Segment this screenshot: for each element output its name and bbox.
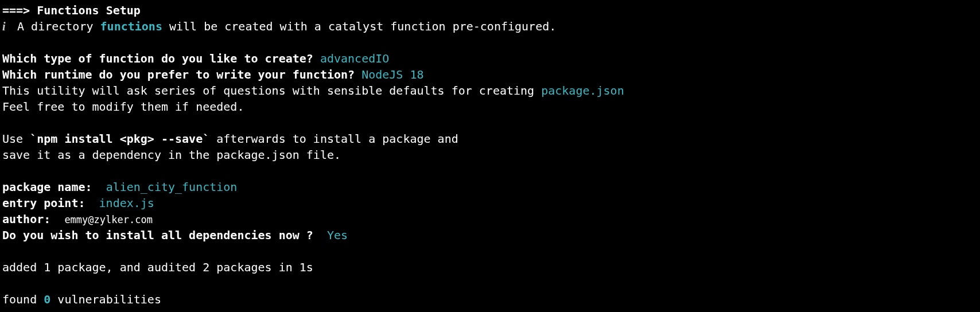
util-text: This utility will ask series of question… (2, 84, 541, 98)
blank-line-5 (2, 275, 978, 291)
pkg-name-value: alien_city_function (106, 180, 238, 194)
info-text-2: will be created with a catalyst function… (162, 20, 556, 33)
found-text-1: found (2, 292, 44, 306)
entry-point-value: index.js (99, 196, 154, 210)
info-text-1: A directory (10, 20, 100, 33)
blank-line-3 (2, 163, 978, 179)
npm-cmd: `npm install <pkg> --save` (30, 132, 209, 146)
q1-prompt: Which type of function do you like to cr… (2, 52, 320, 65)
author-line: author: emmy@zylker.com (2, 211, 978, 227)
info-highlight: functions (100, 20, 162, 33)
pkg-name-label: package name: (2, 180, 106, 194)
util-line: This utility will ask series of question… (2, 83, 978, 99)
q2-answer: NodeJS 18 (361, 68, 423, 81)
install-deps-answer: Yes (327, 228, 348, 242)
entry-point-line: entry point: index.js (2, 195, 978, 211)
author-label: author: (2, 212, 64, 226)
feel-free-line: Feel free to modify them if needed. (2, 99, 978, 115)
pkg-name-line: package name: alien_city_function (2, 179, 978, 195)
blank-line-4 (2, 243, 978, 259)
save-line: save it as a dependency in the package.j… (2, 147, 978, 163)
found-count: 0 (44, 292, 50, 306)
blank-line-2 (2, 115, 978, 131)
install-deps-prompt: Do you wish to install all dependencies … (2, 228, 327, 242)
author-value: emmy@zylker.com (64, 214, 153, 225)
info-icon: i (2, 18, 10, 34)
found-line: found 0 vulnerabilities (2, 291, 978, 307)
blank-line-1 (2, 34, 978, 50)
npm-text-1: Use (2, 132, 30, 146)
install-deps-line: Do you wish to install all dependencies … (2, 227, 978, 243)
added-line: added 1 package, and audited 2 packages … (2, 259, 978, 275)
q1-line: Which type of function do you like to cr… (2, 50, 978, 67)
info-line: i A directory functions will be created … (2, 18, 978, 34)
q2-line: Which runtime do you prefer to write you… (2, 67, 978, 83)
npm-text-2: afterwards to install a package and (209, 132, 458, 146)
npm-line: Use `npm install <pkg> --save` afterward… (2, 131, 978, 147)
util-highlight: package.json (541, 84, 624, 98)
entry-point-label: entry point: (2, 196, 99, 210)
header-line: ===> Functions Setup (2, 2, 978, 18)
q1-answer: advancedIO (320, 52, 389, 65)
header-arrow: ===> (2, 3, 37, 17)
q2-prompt: Which runtime do you prefer to write you… (2, 68, 361, 81)
found-text-2: vulnerabilities (50, 292, 161, 306)
header-title: Functions Setup (37, 3, 141, 17)
